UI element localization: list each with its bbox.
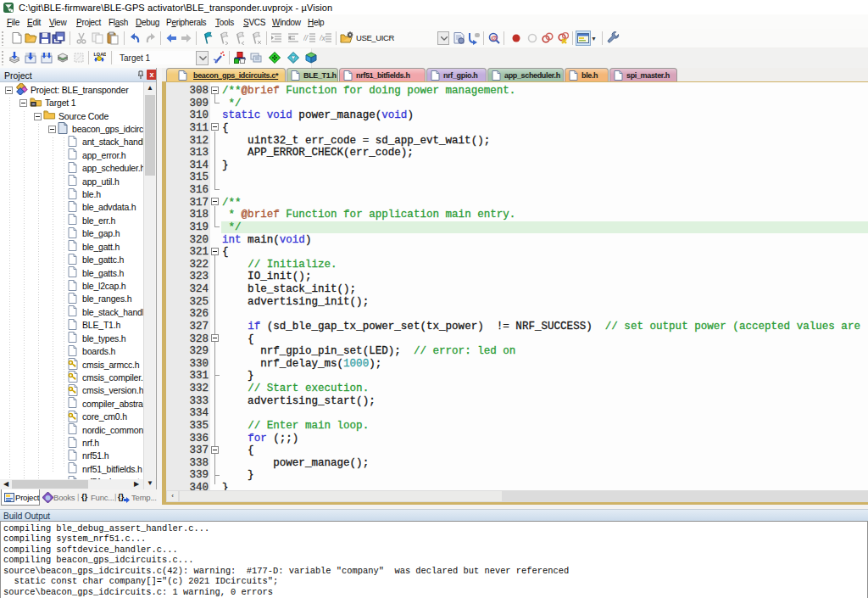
svg-text://: //: [303, 34, 309, 42]
svg-text:/x: /x: [320, 34, 326, 42]
svg-text:@: @: [491, 34, 498, 42]
